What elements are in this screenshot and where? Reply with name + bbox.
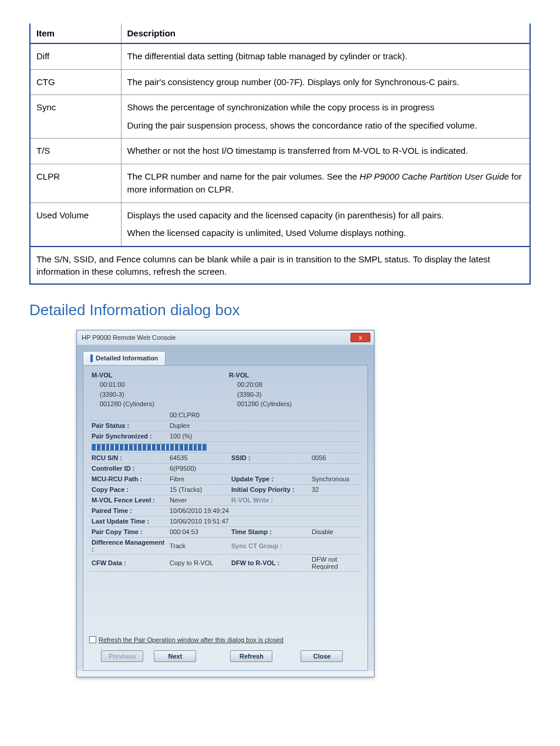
row-mcu-rcu-path: MCU-RCU Path : Fibre Update Type : Synch… — [89, 474, 362, 485]
col-description: Description — [121, 23, 530, 43]
window-title: HP P9000 Remote Web Console — [82, 334, 176, 341]
table-footnote: The S/N, SSID, and Fence columns can be … — [29, 247, 531, 285]
row-mvol-fence: M-VOL Fence Level : Never R-VOL Write : — [89, 495, 362, 506]
row-pair-status: Pair Status : Duplex — [89, 421, 362, 431]
detailed-information-dialog: HP P9000 Remote Web Console x Detailed I… — [76, 330, 375, 677]
row-rcu-sn: RCU S/N : 64535 SSID : 0056 — [89, 453, 362, 464]
next-button[interactable]: Next — [154, 650, 196, 662]
close-icon[interactable]: x — [350, 333, 370, 342]
table-row: Sync Shows the percentage of synchroniza… — [30, 95, 530, 139]
row-pair-copy-time: Pair Copy Time : 000:04:53 Time Stamp : … — [89, 527, 362, 538]
previous-button[interactable]: Previous — [101, 650, 143, 662]
row-diff-mgmt: Difference Management : Track Sync CT Gr… — [89, 538, 362, 555]
sync-progress-bar — [92, 444, 207, 451]
refresh-checkbox-row: Refresh the Pair Operation window after … — [89, 636, 362, 643]
clpr-value: 00:CLPR0 — [89, 410, 362, 421]
row-controller-id: Controller ID : 6(P9500) — [89, 464, 362, 474]
table-row: CLPR The CLPR number and name for the pa… — [30, 164, 530, 202]
table-row: T/S Whether or not the host I/O timestam… — [30, 139, 530, 164]
table-row: Used Volume Displays the used capacity a… — [30, 202, 530, 247]
dialog-titlebar: HP P9000 Remote Web Console x — [77, 330, 374, 345]
refresh-button[interactable]: Refresh — [230, 650, 272, 662]
mvol-section: M-VOL 00:01:00 (3390-3) 001280 (Cylinder… — [89, 370, 224, 410]
tab-detailed-information[interactable]: Detailed Information — [83, 351, 166, 366]
tab-marker-icon — [90, 355, 93, 362]
row-cfw-data: CFW Data : Copy to R-VOL DFW to R-VOL : … — [89, 555, 362, 572]
row-last-update: Last Update Time : 10/06/2010 19:51:47 — [89, 517, 362, 527]
close-button[interactable]: Close — [301, 650, 343, 662]
refresh-checkbox[interactable] — [89, 636, 96, 643]
refresh-checkbox-label[interactable]: Refresh the Pair Operation window after … — [99, 636, 284, 643]
rvol-section: R-VOL 00:20:08 (3390-3) 001280 (Cylinder… — [227, 370, 362, 410]
section-heading: Detailed Information dialog box — [29, 301, 531, 319]
row-paired-time: Paired Time : 10/06/2010 19:49:24 — [89, 506, 362, 517]
row-pair-synchronized: Pair Synchronized : 100 (%) — [89, 431, 362, 442]
progress-row — [89, 442, 362, 453]
col-item: Item — [30, 23, 121, 43]
table-row: Diff The differential data setting (bitm… — [30, 43, 530, 69]
row-copy-pace: Copy Pace : 15 (Tracks) Initial Copy Pri… — [89, 485, 362, 495]
table-row: CTG The pair's consistency group number … — [30, 69, 530, 95]
item-description-table: Item Description Diff The differential d… — [29, 23, 531, 247]
